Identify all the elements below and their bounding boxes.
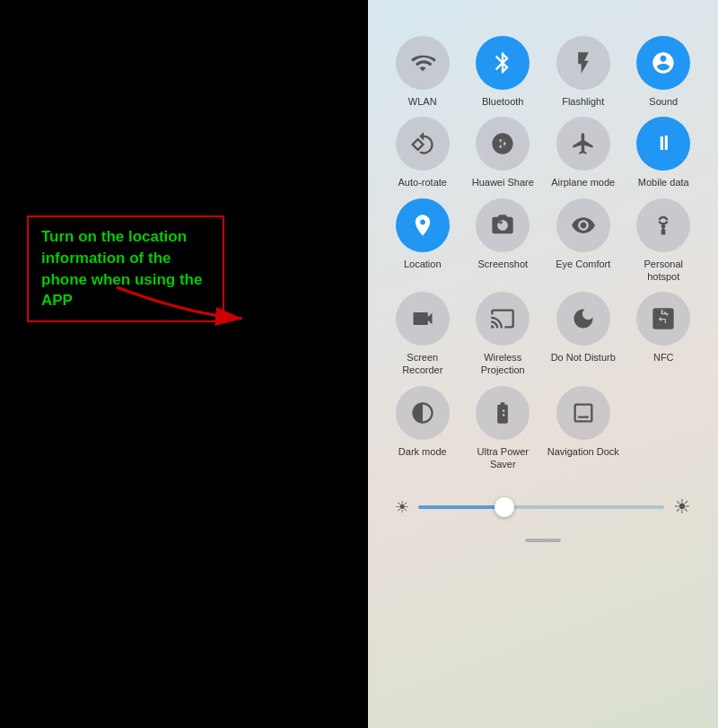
bluetooth-label: Bluetooth xyxy=(482,95,523,108)
airplane-label: Airplane mode xyxy=(551,176,615,189)
tile-airplane[interactable]: Airplane mode xyxy=(547,117,620,189)
svg-point-0 xyxy=(497,142,502,146)
location-label: Location xyxy=(404,258,442,270)
tile-dnd[interactable]: Do Not Disturb xyxy=(547,292,620,377)
huawei-share-label: Huawei Share xyxy=(472,176,534,189)
svg-point-1 xyxy=(503,138,508,143)
mobile-data-icon: Il xyxy=(636,117,690,171)
phone-control-panel: WLAN Bluetooth Flashlight Sound xyxy=(368,0,718,728)
annotation-text: Turn on the location information of the … xyxy=(41,228,202,309)
mobile-data-label: Mobile data xyxy=(638,176,689,189)
nav-dock-label: Navigation Dock xyxy=(547,445,619,458)
wireless-proj-icon xyxy=(476,292,530,346)
nfc-icon xyxy=(636,292,690,346)
quick-settings-row-2: Auto-rotate Huawei Share Airplane mode I… xyxy=(386,117,700,189)
tile-huawei-share[interactable]: Huawei Share xyxy=(467,117,540,189)
svg-point-2 xyxy=(503,145,508,149)
tile-screen-recorder[interactable]: Screen Recorder xyxy=(386,292,460,377)
brightness-thumb[interactable] xyxy=(495,497,514,517)
sound-icon xyxy=(636,36,690,90)
tile-ultra-power[interactable]: Ultra Power Saver xyxy=(467,386,540,471)
hotspot-label: Personal hotspot xyxy=(627,258,701,284)
brightness-slider-track[interactable] xyxy=(418,505,664,509)
sound-label: Sound xyxy=(649,95,678,108)
ultra-power-label: Ultra Power Saver xyxy=(467,445,540,471)
autorotate-label: Auto-rotate xyxy=(398,176,447,189)
airplane-icon xyxy=(556,117,610,171)
screen-recorder-icon xyxy=(396,292,450,346)
dark-mode-label: Dark mode xyxy=(398,445,447,458)
flashlight-icon xyxy=(556,36,610,90)
tile-mobile-data[interactable]: Il Mobile data xyxy=(627,117,701,189)
handle-bar xyxy=(525,539,561,542)
tile-autorotate[interactable]: Auto-rotate xyxy=(386,117,460,189)
dnd-label: Do Not Disturb xyxy=(551,351,616,364)
brightness-low-icon: ☀ xyxy=(395,497,409,517)
location-icon xyxy=(396,198,450,252)
nav-dock-icon xyxy=(556,386,610,440)
huawei-share-icon xyxy=(476,117,530,171)
brightness-bar: ☀ ☀ xyxy=(386,487,700,528)
ultra-power-icon xyxy=(476,386,530,440)
quick-settings-row-3: Location Screenshot Eye Comfort Personal… xyxy=(386,198,700,284)
dnd-icon xyxy=(556,292,610,346)
flashlight-label: Flashlight xyxy=(562,95,604,108)
tile-location[interactable]: Location xyxy=(386,198,460,284)
tile-flashlight[interactable]: Flashlight xyxy=(547,36,620,108)
screen-recorder-label: Screen Recorder xyxy=(386,351,460,377)
screenshot-label: Screenshot xyxy=(477,258,528,270)
wlan-label: WLAN xyxy=(408,95,437,108)
eye-comfort-icon xyxy=(556,198,610,252)
quick-settings-row-5: Dark mode Ultra Power Saver Navigation D… xyxy=(386,386,700,471)
bottom-handle xyxy=(386,539,700,542)
quick-settings-row-1: WLAN Bluetooth Flashlight Sound xyxy=(386,36,700,108)
tile-nav-dock[interactable]: Navigation Dock xyxy=(547,386,620,471)
eye-comfort-label: Eye Comfort xyxy=(556,258,610,270)
wireless-proj-label: Wireless Projection xyxy=(467,351,540,377)
autorotate-icon xyxy=(396,117,450,171)
tile-screenshot[interactable]: Screenshot xyxy=(467,198,540,284)
tile-bluetooth[interactable]: Bluetooth xyxy=(467,36,540,108)
annotation-box: Turn on the location information of the … xyxy=(27,215,224,322)
tile-dark-mode[interactable]: Dark mode xyxy=(386,386,460,471)
tile-sound[interactable]: Sound xyxy=(627,36,701,108)
quick-settings-row-4: Screen Recorder Wireless Projection Do N… xyxy=(386,292,700,377)
wlan-icon xyxy=(396,36,450,90)
tile-eye-comfort[interactable]: Eye Comfort xyxy=(547,198,620,284)
tile-empty xyxy=(627,386,701,471)
bluetooth-icon xyxy=(476,36,530,90)
hotspot-icon xyxy=(636,198,690,252)
tile-wireless-proj[interactable]: Wireless Projection xyxy=(467,292,540,377)
dark-mode-icon xyxy=(396,386,450,440)
nfc-label: NFC xyxy=(653,351,674,364)
tile-wlan[interactable]: WLAN xyxy=(386,36,460,108)
brightness-high-icon: ☀ xyxy=(673,496,691,519)
screenshot-icon xyxy=(476,198,530,252)
brightness-fill xyxy=(418,505,504,509)
tile-nfc[interactable]: NFC xyxy=(627,292,701,377)
tile-hotspot[interactable]: Personal hotspot xyxy=(627,198,701,284)
